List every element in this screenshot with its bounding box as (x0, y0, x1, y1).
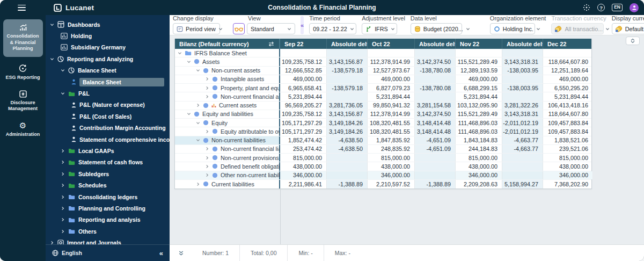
cell[interactable]: -1,388.89 (415, 180, 456, 189)
cell[interactable] (502, 92, 543, 100)
header-cell[interactable]: Nov 22 (456, 39, 502, 49)
cell[interactable]: 99,850,941.32 (368, 102, 415, 110)
table-row[interactable]: Defined benefit obligations 438,000.00 4… (175, 162, 591, 171)
chevron-icon[interactable] (196, 121, 202, 125)
header-cell[interactable]: Absolute delta (415, 39, 456, 49)
row-label-cell[interactable]: Non-current financial assets (175, 92, 280, 100)
chevron-icon[interactable] (61, 206, 68, 211)
statusbar-collapse-icon[interactable] (170, 250, 192, 256)
cell[interactable]: 5,231,894.44 (368, 92, 415, 100)
cell[interactable]: 111,468,896.03 (456, 119, 502, 127)
cell[interactable]: 2,210,597.52 (368, 180, 415, 189)
tree-item[interactable]: P&L (Cost of Sales) (46, 111, 170, 122)
cell[interactable]: 108,320,481.55 (368, 119, 415, 127)
table-row[interactable]: Non-current assets 12,666,552.85 -138,57… (175, 67, 591, 75)
sidebar-item-administration[interactable]: ⚙ Administration (3, 121, 43, 138)
row-label-cell[interactable]: Assets (175, 57, 280, 66)
cell[interactable]: 1,847,835.92 (368, 136, 415, 144)
cell[interactable]: 105,171,297.29 (280, 119, 327, 127)
cell[interactable]: -4,663.77 (502, 145, 543, 153)
cell[interactable]: 815,000.00 (280, 154, 327, 162)
table-row[interactable]: Non-current financial assets 5,231,894.4… (175, 92, 591, 101)
cell[interactable]: 3,148,414.48 (415, 127, 456, 135)
tree-item[interactable]: Local GAAPs (46, 145, 170, 156)
cell[interactable]: -4,638.50 (327, 145, 368, 153)
cell[interactable]: 346,000.00 (280, 171, 327, 179)
cell[interactable]: 438,000.00 (368, 162, 415, 170)
cell[interactable] (327, 154, 368, 162)
table-row[interactable]: Intangible assets 469,000.00 469,000.00 … (175, 75, 591, 84)
table-row[interactable]: IFRS Balance Sheet (175, 49, 591, 57)
row-label-cell[interactable]: Property, plant and equipm... (175, 84, 280, 92)
chevron-icon[interactable] (205, 164, 211, 169)
cell[interactable] (415, 49, 456, 57)
cell[interactable]: 3,281,322.26 (502, 102, 543, 110)
cell[interactable]: 346,000.00 (456, 171, 502, 179)
tree-item[interactable]: Subledgers (46, 168, 170, 179)
cell[interactable]: 7,368,202.90 (543, 180, 592, 189)
change-display-select[interactable]: Period view (173, 23, 220, 34)
cell[interactable] (502, 154, 543, 162)
header-cell[interactable]: Absolute delta (502, 39, 543, 49)
tree-item[interactable]: Holding (46, 30, 170, 41)
cell[interactable]: 6,688,299.15 (456, 84, 502, 92)
collapse-panel-button[interactable]: « (159, 249, 163, 257)
row-label-cell[interactable]: Intangible assets (175, 75, 280, 83)
cell[interactable] (502, 162, 543, 170)
cell[interactable]: 109,457,883.84 (543, 127, 592, 135)
language-selector[interactable]: English (52, 250, 82, 256)
language-badge[interactable]: EN (612, 4, 623, 11)
table-row[interactable]: Other non-current liabilities 346,000.00… (175, 171, 591, 180)
tree-item[interactable]: Schedules (46, 179, 170, 191)
cell[interactable] (280, 49, 327, 57)
cell[interactable]: 438,000.00 (280, 162, 327, 170)
table-row[interactable]: Non-current financial liabili... 253,474… (175, 145, 591, 154)
cell[interactable]: 12,666,552.85 (280, 67, 327, 75)
cell[interactable]: 118,664,607.80 (543, 57, 592, 66)
cell[interactable]: 3,142,374.50 (415, 110, 456, 118)
cell[interactable]: 5,231,894.44 (543, 92, 592, 100)
chevron-icon[interactable] (61, 195, 68, 199)
row-label-cell[interactable]: Non-current provisions (175, 154, 280, 162)
header-cell-title[interactable]: Bilanz (Default currency) (175, 39, 280, 49)
tree-item[interactable]: P&L (46, 88, 170, 99)
chevron-icon[interactable] (205, 173, 211, 177)
cell[interactable]: 5,231,894.44 (456, 92, 502, 100)
cell[interactable]: 105,171,297.29 (280, 127, 327, 135)
cell[interactable]: 3,148,414.48 (415, 119, 456, 127)
cell[interactable]: 3,149,184.26 (327, 127, 368, 135)
cell[interactable] (543, 49, 592, 57)
cell[interactable] (502, 171, 543, 179)
cell[interactable]: 96,569,205.27 (280, 102, 327, 110)
cell[interactable] (415, 154, 456, 162)
cell[interactable] (415, 92, 456, 100)
row-label-cell[interactable]: Non-current assets (175, 67, 280, 75)
tree-item[interactable]: Import and Journals (46, 237, 170, 244)
cell[interactable]: 3,143,318.31 (502, 57, 543, 66)
chevron-icon[interactable] (205, 77, 211, 81)
view-select[interactable]: Standard (247, 23, 295, 34)
cell[interactable]: 112,378,914.99 (368, 110, 415, 118)
cell[interactable]: 3,142,374.50 (415, 57, 456, 66)
cell[interactable]: -1,388.89 (327, 180, 368, 189)
menu-icon[interactable] (18, 5, 26, 11)
cell[interactable] (327, 171, 368, 179)
row-label-cell[interactable]: Other non-current liabilities (175, 171, 280, 179)
table-row[interactable]: Property, plant and equipm... 6,965,658.… (175, 84, 591, 92)
tree-item[interactable]: Balance Sheet (46, 76, 170, 88)
cell[interactable] (456, 49, 502, 57)
cell[interactable]: 109,457,883.84 (543, 119, 592, 127)
row-label-cell[interactable]: Non-current liabilities (175, 136, 280, 144)
row-label-cell[interactable]: Current assets (175, 102, 280, 110)
cell[interactable]: 469,000.00 (543, 75, 592, 83)
chevron-icon[interactable] (61, 229, 68, 234)
header-cell[interactable]: Sep 22 (280, 39, 327, 49)
cell[interactable]: 3,281,154.58 (415, 102, 456, 110)
cell[interactable]: 5,231,894.44 (280, 92, 327, 100)
table-row[interactable]: Non-current liabilities 1,852,474.42 -4,… (175, 136, 591, 145)
chevron-icon[interactable] (187, 112, 193, 116)
tree-item[interactable]: Dashboards (46, 19, 170, 30)
tree-item[interactable]: Others (46, 226, 170, 237)
chevron-icon[interactable] (61, 218, 68, 222)
cell[interactable]: -138,003.95 (502, 67, 543, 75)
